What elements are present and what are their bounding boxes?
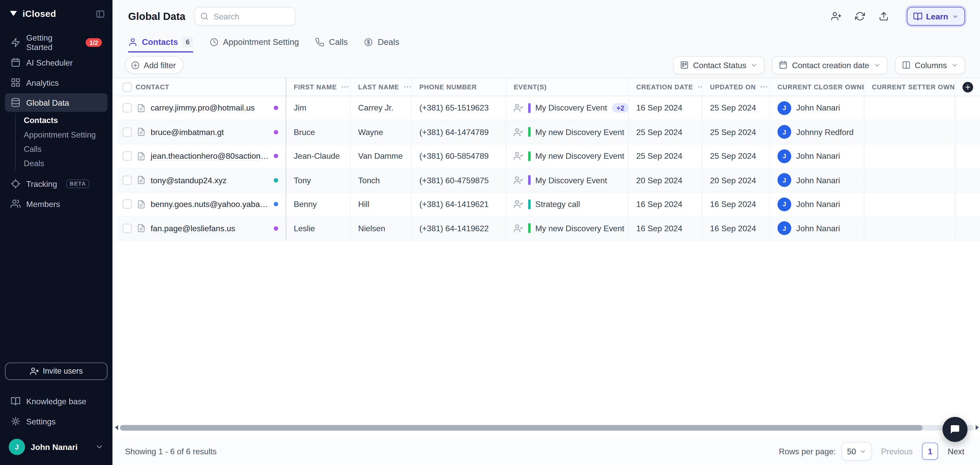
contact-doc-icon: [137, 200, 145, 209]
sidebar-collapse-button[interactable]: [96, 9, 105, 19]
search-icon: [200, 12, 208, 21]
cell-first-name: Benny: [286, 193, 351, 216]
cell-setter-owner: [864, 145, 956, 168]
row-checkbox[interactable]: [123, 224, 132, 233]
tab-contacts[interactable]: Contacts 6: [128, 32, 193, 52]
table-row: fan.page@lesliefans.us Leslie Nielsen (+…: [116, 217, 980, 240]
topbar: Global Data: [113, 0, 980, 32]
user-name: John Nanari: [30, 442, 78, 452]
cell-creation-date: 20 Sep 2024: [629, 169, 703, 192]
rows-per-page-value: 50: [847, 447, 856, 456]
cell-creation-date: 25 Sep 2024: [629, 120, 703, 144]
cell-creation-date: 16 Sep 2024: [629, 96, 703, 120]
contact-email-link[interactable]: carrey.jimmy.pro@hotmail.us: [151, 104, 255, 113]
sidebar-item-calls[interactable]: Calls: [16, 142, 107, 156]
sidebar-item-tracking[interactable]: Tracking BETA: [5, 174, 108, 193]
tab-appointment-setting[interactable]: Appointment Setting: [209, 32, 299, 52]
toolbar-right: Contact Status Contact creation date: [673, 56, 965, 74]
learn-button[interactable]: Learn: [907, 7, 965, 25]
table-row: benny.goes.nuts@yahoo.yabadabadoo Benny …: [116, 193, 980, 217]
add-contact-button[interactable]: [825, 7, 846, 25]
export-button[interactable]: [873, 7, 894, 25]
cell-first-name: Bruce: [286, 120, 351, 144]
tab-calls[interactable]: Calls: [315, 32, 348, 52]
select-all-checkbox[interactable]: [123, 82, 132, 92]
sidebar-item-analytics[interactable]: Analytics: [5, 73, 108, 92]
chat-icon: [950, 424, 961, 435]
sidebar-item-deals[interactable]: Deals: [16, 156, 107, 170]
invite-users-button[interactable]: Invite users: [5, 362, 108, 380]
creation-date-dropdown[interactable]: Contact creation date: [772, 56, 887, 74]
column-menu-icon[interactable]: [403, 83, 411, 91]
column-menu-icon[interactable]: [759, 83, 768, 91]
contact-email-link[interactable]: tony@standup24.xyz: [151, 175, 227, 185]
chevron-down-icon: [859, 448, 866, 455]
contact-doc-icon: [137, 176, 145, 185]
sidebar-item-ai-scheduler[interactable]: AI Scheduler: [5, 53, 108, 72]
rows-per-page-select[interactable]: 50: [842, 442, 872, 460]
user-check-icon: [514, 151, 523, 161]
row-checkbox[interactable]: [123, 199, 132, 209]
event-color-bar: [528, 199, 530, 209]
columns-dropdown[interactable]: Columns: [895, 56, 965, 74]
table-row: bruce@imbatman.gt Bruce Wayne (+381) 64-…: [116, 120, 980, 144]
row-checkbox[interactable]: [123, 175, 132, 185]
event-color-bar: [528, 151, 530, 161]
zap-icon: [11, 38, 21, 48]
row-checkbox[interactable]: [123, 127, 132, 137]
event-extra-badge[interactable]: +2: [612, 104, 628, 113]
cell-setter-owner: [864, 120, 956, 144]
contact-status-dropdown[interactable]: Contact Status: [673, 56, 764, 74]
sidebar-item-global-data[interactable]: Global Data: [5, 93, 108, 112]
scroll-right-arrow[interactable]: [976, 425, 979, 430]
cell-updated-on: 25 Sep 2024: [703, 120, 770, 144]
search-input[interactable]: [194, 7, 296, 25]
contact-email-link[interactable]: bruce@imbatman.gt: [151, 127, 224, 137]
page-number-button[interactable]: 1: [922, 443, 939, 460]
contact-email-link[interactable]: jean.theactionhero@80sactionstarts.co: [151, 151, 269, 161]
tab-deals[interactable]: Deals: [364, 32, 399, 52]
sidebar-item-members[interactable]: Members: [5, 194, 108, 213]
column-header-events: EVENT(S): [514, 83, 547, 91]
sidebar-item-knowledge-base[interactable]: Knowledge base: [5, 392, 108, 411]
user-plus-icon: [30, 367, 38, 376]
next-page-button[interactable]: Next: [948, 447, 964, 456]
sidebar-item-contacts[interactable]: Contacts: [16, 113, 107, 127]
owner-name: John Nanari: [796, 175, 840, 185]
column-header-first-name: FIRST NAME: [294, 83, 337, 91]
global-data-submenu: Contacts Appointment Setting Calls Deals: [15, 113, 107, 170]
sidebar-item-settings[interactable]: Settings: [5, 412, 108, 430]
app-logo-text: iClosed: [22, 9, 56, 19]
sidebar-item-getting-started[interactable]: Getting Started 1/2: [5, 33, 108, 52]
main-content: Global Data: [113, 0, 980, 465]
user-avatar: J: [9, 439, 25, 455]
refresh-button[interactable]: [849, 7, 870, 25]
refresh-icon: [855, 11, 865, 21]
contact-email-link[interactable]: benny.goes.nuts@yahoo.yabadabadoo: [151, 199, 269, 209]
chevron-down-icon: [873, 62, 880, 68]
scroll-left-arrow[interactable]: [115, 425, 118, 430]
chat-launcher-button[interactable]: [942, 417, 967, 442]
column-menu-icon[interactable]: [340, 83, 349, 91]
scrollbar-track[interactable]: [120, 425, 974, 430]
sidebar-item-appointment-setting[interactable]: Appointment Setting: [16, 127, 107, 142]
add-column-button[interactable]: [963, 82, 973, 92]
user-menu[interactable]: J John Nanari: [5, 435, 108, 459]
column-menu-icon[interactable]: [697, 83, 702, 91]
contact-status-dot: [274, 202, 278, 207]
column-header-last-name: LAST NAME: [358, 83, 399, 91]
user-check-icon: [514, 175, 523, 185]
add-filter-button[interactable]: Add filter: [125, 56, 184, 74]
row-checkbox[interactable]: [123, 151, 132, 161]
contact-email-link[interactable]: fan.page@lesliefans.us: [151, 224, 235, 233]
learn-label: Learn: [926, 11, 948, 21]
topbar-actions: Learn: [825, 7, 965, 25]
cell-first-name: Tony: [286, 169, 351, 192]
cell-creation-date: 25 Sep 2024: [629, 145, 703, 168]
iclosed-logo-icon: [9, 9, 18, 19]
row-checkbox[interactable]: [123, 104, 132, 113]
scrollbar-thumb[interactable]: [120, 425, 923, 430]
previous-page-button[interactable]: Previous: [881, 447, 913, 456]
owner-avatar: J: [778, 221, 791, 235]
calendar-icon: [11, 57, 21, 67]
